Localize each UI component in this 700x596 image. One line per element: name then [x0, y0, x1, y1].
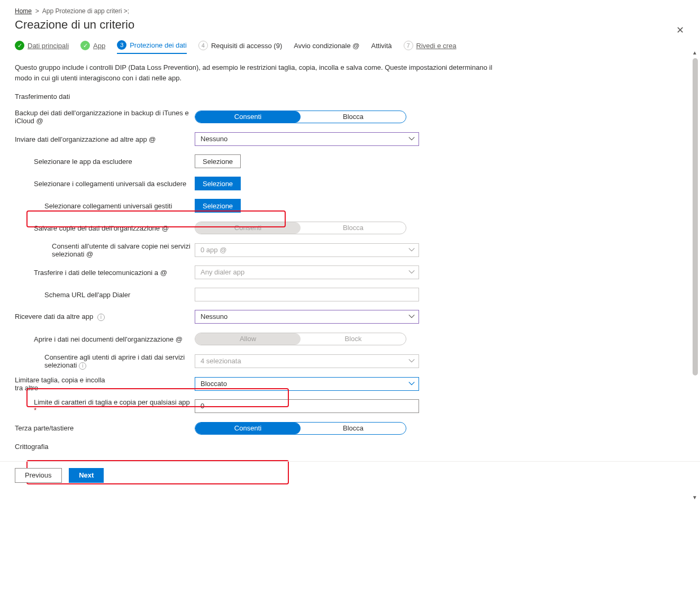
chevron-down-icon [408, 313, 415, 320]
wizard-footer: Previous Next [0, 461, 700, 489]
label-char-limit: Limite di caratteri di taglia e copia pe… [15, 398, 195, 414]
info-icon[interactable]: i [97, 314, 105, 321]
step-label: Attività [371, 42, 392, 50]
select-managed-links-button[interactable]: Selezione [195, 199, 241, 213]
label-open-services: Consentire agli utenti di aprire i dati … [15, 353, 195, 370]
wizard-steps: ✓ Dati principali ✓ App 3 Protezione dei… [15, 40, 610, 54]
dropdown-restrict-cut[interactable]: Bloccato [195, 377, 419, 391]
check-icon: ✓ [80, 41, 90, 50]
label-keyboards: Terza parte/tastiere [15, 424, 195, 432]
label-dialer-url: Schema URL dell'app Dialer [15, 291, 195, 299]
toggle-opt-block[interactable]: Blocca [301, 222, 406, 234]
scrollbar-thumb[interactable] [693, 58, 698, 375]
input-dialer-url[interactable] [195, 288, 419, 301]
toggle-opt-allow[interactable]: Consenti [195, 423, 301, 434]
step-conditional-launch[interactable]: Avvio condizionale @ [294, 42, 359, 53]
chevron-down-icon [408, 268, 415, 276]
toggle-open-docs[interactable]: Allow Block [195, 333, 406, 345]
label-restrict-cut: Limitare taglia, copia e incolla tra alt… [15, 376, 195, 392]
step-access-req[interactable]: 4 Requisiti di accesso (9) [198, 41, 282, 53]
dropdown-telecom[interactable]: Any dialer app [195, 265, 419, 279]
page-title: Creazione di un criterio [15, 18, 610, 32]
step-label: Requisiti di accesso (9) [211, 42, 282, 50]
next-button[interactable]: Next [69, 468, 104, 483]
dropdown-value: Nessuno [201, 135, 228, 143]
dropdown-receive-data[interactable]: Nessuno [195, 310, 419, 324]
toggle-backup[interactable]: Consenti Blocca [195, 111, 406, 123]
chevron-down-icon [408, 246, 415, 253]
breadcrumb-home[interactable]: Home [15, 7, 32, 15]
step-number-icon: 3 [117, 40, 126, 50]
toggle-opt-block[interactable]: Blocca [301, 423, 406, 434]
step-data-protection[interactable]: 3 Protezione dei dati [117, 40, 187, 54]
section-header-transfer: Trasferimento dati [15, 93, 603, 100]
dropdown-open-services[interactable]: 4 selezionata [195, 354, 419, 368]
step-activity[interactable]: Attività [371, 42, 392, 53]
label-send-org-data: Inviare dati dell'organizzazione ad altr… [15, 135, 195, 143]
breadcrumb: Home > App Protezione di app criteri >; [15, 7, 610, 15]
select-exclude-apps-button[interactable]: Selezione [195, 154, 241, 168]
label-exclude-links: Selezionare i collegamenti universali da… [15, 180, 195, 188]
label-open-docs: Aprire i dati nei documenti dell'organiz… [15, 335, 195, 343]
dropdown-value: 4 selezionata [201, 357, 241, 365]
toggle-opt-allow[interactable]: Consenti [195, 222, 301, 234]
label-backup: Backup dei dati dell'organizzazione in b… [15, 109, 195, 125]
label-save-copies: Salvare copie dei dati dell'organizzazio… [15, 224, 195, 232]
step-number-icon: 7 [404, 41, 413, 50]
step-label: Avvio condizionale @ [294, 42, 359, 50]
dropdown-value: 0 app @ [201, 246, 226, 254]
step-label: Rivedi e crea [416, 42, 457, 50]
toggle-keyboards[interactable]: Consenti Blocca [195, 422, 406, 435]
dropdown-save-services[interactable]: 0 app @ [195, 243, 419, 257]
chevron-down-icon [408, 357, 415, 364]
dropdown-value: Nessuno [201, 313, 228, 320]
input-char-limit[interactable]: 0 [195, 399, 419, 413]
label-managed-links: Selezionare collegamenti universali gest… [15, 202, 195, 210]
section-header-crypto: Crittografia [15, 443, 603, 451]
step-basics[interactable]: ✓ Dati principali [15, 41, 69, 53]
step-review[interactable]: 7 Rivedi e crea [404, 41, 457, 53]
toggle-opt-allow[interactable]: Allow [195, 333, 301, 345]
step-label: Protezione dei dati [130, 41, 187, 49]
close-icon[interactable]: ✕ [676, 24, 684, 36]
check-icon: ✓ [15, 41, 24, 50]
chevron-down-icon [408, 380, 415, 387]
toggle-opt-block[interactable]: Blocca [301, 111, 406, 123]
label-save-services: Consenti all'utente di salvare copie nei… [15, 242, 195, 258]
step-label: App [93, 42, 105, 50]
dropdown-value: Any dialer app [201, 268, 244, 276]
step-apps[interactable]: ✓ App [80, 41, 105, 53]
dropdown-send-org-data[interactable]: Nessuno [195, 132, 419, 146]
required-star: * [34, 406, 37, 414]
info-icon[interactable]: i [79, 362, 86, 370]
label-receive-data: Ricevere dati da altre app i [15, 313, 195, 321]
section-description: Questo gruppo include i controlli DIP (D… [15, 62, 496, 83]
step-number-icon: 4 [198, 41, 208, 50]
label-exclude-apps: Selezionare le app da escludere [15, 158, 195, 166]
scroll-up-icon[interactable]: ▲ [692, 50, 697, 56]
previous-button[interactable]: Previous [15, 468, 62, 483]
toggle-opt-block[interactable]: Block [301, 333, 406, 345]
step-label: Dati principali [28, 42, 69, 50]
toggle-opt-allow[interactable]: Consenti [195, 111, 301, 123]
breadcrumb-second[interactable]: App Protezione di app criteri >; [42, 7, 129, 15]
chevron-down-icon [408, 135, 415, 142]
dropdown-value: Bloccato [201, 380, 227, 388]
scrollbar[interactable]: ▲ ▼ [693, 53, 698, 489]
select-exclude-links-button[interactable]: Selezione [195, 177, 241, 190]
label-telecom: Trasferire i dati delle telecomunicazion… [15, 269, 195, 277]
toggle-save-copies[interactable]: Consenti Blocca [195, 222, 406, 234]
